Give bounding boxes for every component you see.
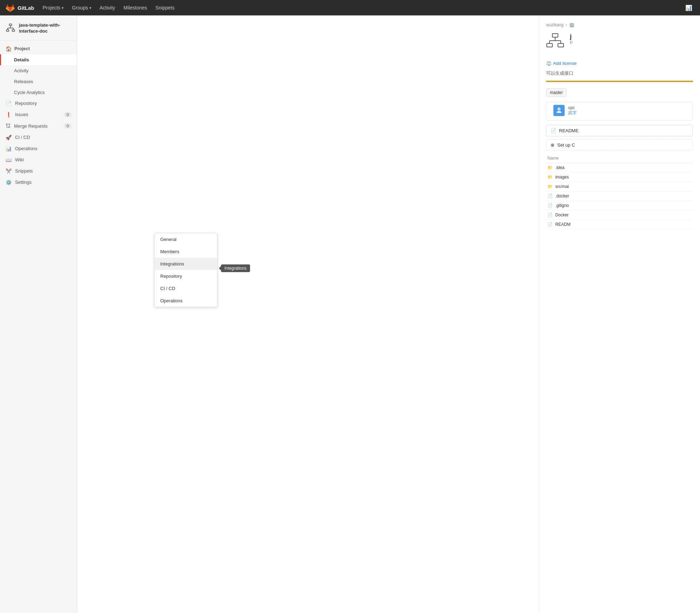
svg-rect-0: [9, 24, 12, 26]
project-header: java-template-with-interface-doc: [0, 18, 77, 40]
integrations-tooltip: Integrations: [221, 264, 250, 272]
commit-text: upc: [568, 105, 577, 110]
breadcrumb: wuzikang › 🏢: [546, 22, 693, 27]
settings-icon: ⚙️: [6, 180, 12, 185]
table-row[interactable]: 📄 .docker: [546, 191, 693, 201]
merge-requests-icon: [6, 123, 11, 129]
table-row[interactable]: 📁 src/mai: [546, 182, 693, 191]
sidebar-item-releases[interactable]: Releases: [0, 76, 77, 87]
dropdown-item-ci-cd[interactable]: CI / CD: [155, 282, 217, 295]
table-row[interactable]: 📁 images: [546, 173, 693, 182]
right-panel: wuzikang › 🏢: [539, 15, 700, 613]
svg-point-7: [6, 124, 8, 125]
file-icon: 📄: [547, 203, 553, 208]
sidebar-item-operations[interactable]: 📊 Operations: [0, 143, 77, 154]
nav-right: 📊: [683, 2, 694, 13]
dropdown-item-integrations[interactable]: Integrations: [155, 258, 217, 270]
folder-icon: 📁: [547, 184, 553, 189]
project-tree-icon: [6, 23, 15, 34]
settings-dropdown-menu: General Members Integrations Repository …: [154, 233, 217, 307]
breadcrumb-user[interactable]: wuzikang: [546, 22, 564, 27]
dropdown-item-repository[interactable]: Repository: [155, 270, 217, 282]
sidebar: java-template-with-interface-doc 🏠 Proje…: [0, 15, 77, 613]
project-subtitle: P: [570, 40, 573, 45]
file-icon: 📄: [547, 213, 553, 217]
commit-row: upc 武字: [546, 102, 693, 121]
readme-button[interactable]: 📄 README: [546, 125, 693, 136]
sidebar-item-activity[interactable]: Activity: [0, 65, 77, 76]
svg-point-9: [9, 124, 10, 125]
ci-cd-icon: 🚀: [6, 135, 12, 140]
repository-icon: 📄: [6, 101, 12, 106]
nav-groups[interactable]: Groups ▾: [68, 0, 95, 15]
project-detail-tree-icon: [546, 33, 564, 51]
table-row[interactable]: 📄 READM: [546, 220, 693, 229]
commit-avatar: [553, 105, 565, 116]
top-nav: GitLab Projects ▾ Groups ▾ Activity Mile…: [0, 0, 700, 15]
nav-milestones[interactable]: Milestones: [119, 0, 151, 15]
main-content: General Members Integrations Repository …: [77, 15, 539, 613]
folder-icon: 📁: [547, 165, 553, 170]
branch-row: master: [539, 86, 700, 99]
sidebar-item-merge-requests[interactable]: Merge Requests 0: [0, 120, 77, 132]
breadcrumb-project-icon: 🏢: [569, 22, 574, 27]
table-row[interactable]: 📄 Docker: [546, 210, 693, 220]
readme-icon: 📄: [551, 128, 556, 133]
snippets-icon: ✂️: [6, 168, 12, 174]
svg-rect-2: [12, 30, 15, 32]
sidebar-section-project[interactable]: 🏠 Project: [0, 43, 77, 54]
sidebar-item-settings[interactable]: ⚙️ Settings: [0, 177, 77, 188]
nav-projects[interactable]: Projects ▾: [39, 0, 68, 15]
svg-rect-13: [547, 43, 552, 47]
nav-activity[interactable]: Activity: [95, 0, 119, 15]
svg-rect-12: [552, 34, 558, 37]
sidebar-item-wiki[interactable]: 📖 Wiki: [0, 154, 77, 166]
dropdown-item-general[interactable]: General: [155, 233, 217, 245]
wiki-icon: 📖: [6, 157, 12, 163]
commit-subtitle: 武字: [568, 110, 577, 116]
nav-snippets[interactable]: Snippets: [151, 0, 179, 15]
project-section-icon: 🏠: [6, 46, 12, 52]
svg-rect-1: [6, 30, 9, 32]
dropdown-item-operations[interactable]: Operations: [155, 295, 217, 307]
folder-icon: 📁: [547, 175, 553, 180]
sidebar-item-issues[interactable]: ❗ Issues 0: [0, 109, 77, 120]
ci-icon: ⊕: [551, 142, 554, 148]
chinese-text: 可以生成接口: [539, 69, 700, 81]
file-section: 📄 README ⊕ Set up C Name 📁 .idea📁 images…: [539, 125, 700, 229]
issues-icon: ❗: [6, 112, 12, 117]
stats-icon[interactable]: 📊: [683, 2, 694, 13]
branch-badge[interactable]: master: [546, 88, 567, 97]
table-row[interactable]: 📄 .gitigno: [546, 201, 693, 210]
sidebar-item-snippets[interactable]: ✂️ Snippets: [0, 166, 77, 177]
file-icon: 📄: [547, 222, 553, 227]
breadcrumb-separator: ›: [566, 22, 567, 27]
project-info-header: j P: [546, 33, 693, 51]
dropdown-item-members[interactable]: Members: [155, 245, 217, 258]
sidebar-item-repository[interactable]: 📄 Repository: [0, 98, 77, 109]
projects-chevron-icon: ▾: [62, 6, 63, 10]
svg-rect-14: [558, 43, 564, 47]
sidebar-item-cycle-analytics[interactable]: Cycle Analytics: [0, 87, 77, 98]
add-license-link[interactable]: ⚖️ Add license: [539, 61, 700, 66]
operations-icon: 📊: [6, 146, 12, 151]
setup-ci-button[interactable]: ⊕ Set up C: [546, 139, 693, 151]
issues-badge: 0: [64, 112, 71, 117]
file-table: Name 📁 .idea📁 images📁 src/mai📄 .docker📄 …: [546, 154, 693, 229]
merge-requests-badge: 0: [64, 123, 71, 128]
file-table-name-header: Name: [546, 154, 693, 163]
balance-scale-icon: ⚖️: [546, 61, 552, 66]
sidebar-item-ci-cd[interactable]: 🚀 CI / CD: [0, 132, 77, 143]
project-title: j: [570, 33, 573, 40]
sidebar-item-details[interactable]: Details: [0, 54, 77, 65]
gitlab-logo[interactable]: GitLab: [6, 3, 34, 12]
table-row[interactable]: 📁 .idea: [546, 163, 693, 173]
file-icon: 📄: [547, 194, 553, 198]
project-name: java-template-with-interface-doc: [19, 22, 71, 34]
yellow-divider: [546, 81, 693, 82]
groups-chevron-icon: ▾: [89, 6, 91, 10]
nav-items: Projects ▾ Groups ▾ Activity Milestones …: [39, 0, 684, 15]
